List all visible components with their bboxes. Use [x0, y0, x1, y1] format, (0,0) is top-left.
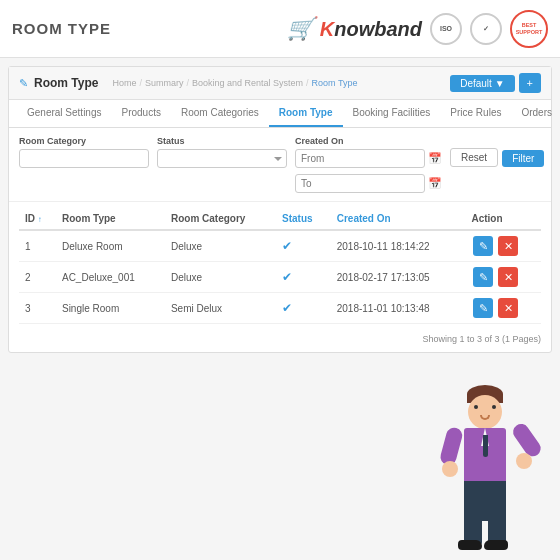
pagination-info: Showing 1 to 3 of 3 (1 Pages)	[422, 334, 541, 344]
iso-badge: ISO	[430, 13, 462, 45]
cell-action: ✎ ✕	[465, 230, 541, 262]
status-filter: Status Active Inactive	[157, 136, 287, 168]
card-title: Room Type	[34, 76, 98, 90]
cell-room-category: Deluxe	[165, 262, 276, 293]
breadcrumb-home: Home	[112, 78, 136, 88]
status-label: Status	[157, 136, 287, 146]
cell-id: 1	[19, 230, 56, 262]
cell-room-category: Deluxe	[165, 230, 276, 262]
filter-actions: Reset Filter	[450, 148, 544, 167]
cell-status: ✔	[276, 262, 331, 293]
created-on-label: Created On	[295, 136, 442, 146]
cell-id: 3	[19, 293, 56, 324]
col-id[interactable]: ID ↑	[19, 208, 56, 230]
table-footer: Showing 1 to 3 of 3 (1 Pages)	[9, 330, 551, 352]
main-card: ✎ Room Type Home / Summary / Booking and…	[8, 66, 552, 353]
col-room-category: Room Category	[165, 208, 276, 230]
card-header: ✎ Room Type Home / Summary / Booking and…	[9, 67, 551, 100]
to-calendar-icon: 📅	[428, 177, 442, 190]
col-status: Status	[276, 208, 331, 230]
status-check-icon: ✔	[282, 239, 292, 253]
status-check-icon: ✔	[282, 301, 292, 315]
status-select[interactable]: Active Inactive	[157, 149, 287, 168]
best-support-badge: BESTSUPPORT	[510, 10, 548, 48]
delete-button[interactable]: ✕	[498, 267, 518, 287]
cert-badge: ✓	[470, 13, 502, 45]
page-wrapper: ROOM TYPE 🛒 Knowband ISO ✓ BESTSUPPORT ✎…	[0, 0, 560, 560]
breadcrumb: Home / Summary / Booking and Rental Syst…	[112, 78, 357, 88]
table-container: ID ↑ Room Type Room Category Status Crea…	[9, 202, 551, 330]
delete-button[interactable]: ✕	[498, 236, 518, 256]
cell-status: ✔	[276, 230, 331, 262]
to-date-row: 📅	[295, 174, 442, 193]
edit-button[interactable]: ✎	[473, 298, 493, 318]
character-illustration	[430, 385, 540, 560]
edit-button[interactable]: ✎	[473, 267, 493, 287]
tab-booking-facilities[interactable]: Booking Facilities	[343, 100, 441, 127]
status-check-icon: ✔	[282, 270, 292, 284]
filter-section: Room Category Status Active Inactive Cre…	[9, 128, 551, 202]
room-category-filter: Room Category	[19, 136, 149, 168]
filter-button[interactable]: Filter	[502, 150, 544, 167]
breadcrumb-summary: Summary	[145, 78, 184, 88]
tab-products[interactable]: Products	[112, 100, 171, 127]
created-on-filter: Created On 📅 📅	[295, 136, 442, 193]
from-date-input[interactable]	[295, 149, 425, 168]
cell-room-category: Semi Delux	[165, 293, 276, 324]
table-row: 1 Deluxe Room Deluxe ✔ 2018-10-11 18:14:…	[19, 230, 541, 262]
room-category-label: Room Category	[19, 136, 149, 146]
tab-room-categories[interactable]: Room Categories	[171, 100, 269, 127]
cell-room-type: Deluxe Room	[56, 230, 165, 262]
page-header: ROOM TYPE 🛒 Knowband ISO ✓ BESTSUPPORT	[0, 0, 560, 58]
table-row: 3 Single Room Semi Delux ✔ 2018-11-01 10…	[19, 293, 541, 324]
logo: 🛒 Knowband	[287, 16, 422, 42]
from-date-row: 📅	[295, 149, 442, 168]
reset-button[interactable]: Reset	[450, 148, 498, 167]
cell-id: 2	[19, 262, 56, 293]
from-calendar-icon: 📅	[428, 152, 442, 165]
breadcrumb-booking: Booking and Rental System	[192, 78, 303, 88]
breadcrumb-current: Room Type	[312, 78, 358, 88]
header-right: 🛒 Knowband ISO ✓ BESTSUPPORT	[287, 10, 548, 48]
tab-general-settings[interactable]: General Settings	[17, 100, 112, 127]
cell-created-on: 2018-02-17 17:13:05	[331, 262, 466, 293]
table-row: 2 AC_Deluxe_001 Deluxe ✔ 2018-02-17 17:1…	[19, 262, 541, 293]
col-created-on: Created On	[331, 208, 466, 230]
cell-action: ✎ ✕	[465, 293, 541, 324]
filter-row: Room Category Status Active Inactive Cre…	[19, 136, 541, 193]
card-header-left: ✎ Room Type Home / Summary / Booking and…	[19, 76, 357, 90]
tab-orders[interactable]: Orders	[511, 100, 560, 127]
cell-created-on: 2018-11-01 10:13:48	[331, 293, 466, 324]
tab-price-rules[interactable]: Price Rules	[440, 100, 511, 127]
tab-room-type[interactable]: Room Type	[269, 100, 343, 127]
default-button[interactable]: Default ▼	[450, 75, 514, 92]
room-type-table: ID ↑ Room Type Room Category Status Crea…	[19, 208, 541, 324]
delete-button[interactable]: ✕	[498, 298, 518, 318]
edit-button[interactable]: ✎	[473, 236, 493, 256]
col-room-type: Room Type	[56, 208, 165, 230]
tab-nav: General Settings Products Room Categorie…	[9, 100, 551, 128]
cell-status: ✔	[276, 293, 331, 324]
to-date-input[interactable]	[295, 174, 425, 193]
page-title: ROOM TYPE	[12, 20, 111, 37]
cell-created-on: 2018-10-11 18:14:22	[331, 230, 466, 262]
room-category-input[interactable]	[19, 149, 149, 168]
add-button[interactable]: +	[519, 73, 541, 93]
cell-action: ✎ ✕	[465, 262, 541, 293]
cell-room-type: AC_Deluxe_001	[56, 262, 165, 293]
col-action: Action	[465, 208, 541, 230]
cell-room-type: Single Room	[56, 293, 165, 324]
